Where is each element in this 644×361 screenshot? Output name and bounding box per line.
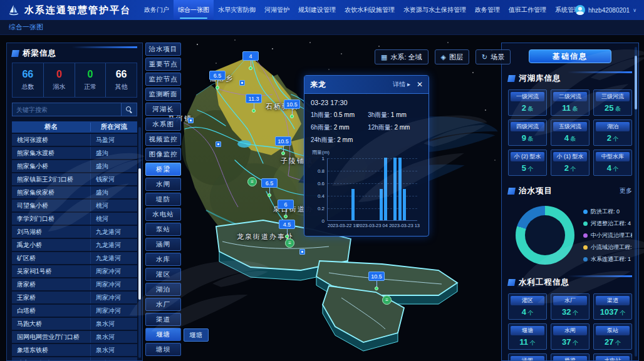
map-control-2[interactable]: ◈图层: [435, 49, 469, 64]
cell-bridge-name: 矿区桥: [12, 252, 91, 264]
station-marker[interactable]: ≡: [382, 295, 392, 305]
map-badge[interactable]: 11.3: [246, 94, 262, 113]
nav-item-6[interactable]: 农饮水利设施管理: [340, 0, 399, 20]
river-lake-section-title: 河湖库信息: [519, 73, 561, 84]
table-row[interactable]: 国网电网营业厅门口桥泉水河: [12, 331, 137, 343]
map-control-3[interactable]: ↻场景: [475, 49, 511, 64]
table-row[interactable]: 禹龙小桥九龙港河: [12, 239, 137, 251]
table-row[interactable]: 熊家集侯家桥盛沟: [12, 186, 137, 198]
nav-item-4[interactable]: 河湖管护: [260, 0, 294, 20]
layer-item-21[interactable]: 塘坝: [145, 343, 181, 356]
layer-item-7[interactable]: 视频监控: [145, 133, 181, 146]
map-badge[interactable]: 10.5: [368, 272, 385, 290]
nav-item-9[interactable]: 值班工作管理: [504, 0, 551, 20]
table-row[interactable]: 刘马湖桥九龙港河: [12, 226, 137, 238]
nav-item-8[interactable]: 政务管理: [470, 0, 504, 20]
map-controls: ▦水系: 全域◈图层↻场景: [375, 49, 511, 64]
card-unit: 条: [526, 136, 534, 142]
nav-item-2[interactable]: 综合一张图: [174, 0, 214, 20]
table-row[interactable]: 马跑大桥泉水河: [12, 318, 137, 330]
layer-tooltip: 堰塘: [184, 328, 209, 342]
column-header-bridge: 桥名: [12, 123, 91, 131]
nav-item-5[interactable]: 规划建设管理: [294, 0, 340, 20]
layer-item-18[interactable]: 水厂: [145, 298, 181, 311]
video-point-marker[interactable]: [216, 141, 221, 147]
table-row[interactable]: 唐家桥周家冲河: [12, 278, 137, 290]
badge-value: 4: [242, 51, 259, 61]
map-badge[interactable]: 6: [278, 200, 294, 218]
layer-item-5[interactable]: 河湖长: [145, 103, 181, 116]
section-icon: [507, 188, 516, 195]
layer-item-10[interactable]: 水闸: [145, 178, 181, 191]
layer-item-14[interactable]: 涵闸: [145, 238, 181, 251]
map-control-label: 图层: [449, 53, 463, 62]
video-point-marker[interactable]: [299, 249, 305, 255]
map-control-1[interactable]: ▦水系: 全域: [375, 49, 428, 64]
cell-bridge-name: 熊家集侯家桥: [12, 186, 91, 198]
table-scrollbar-thumb[interactable]: [138, 168, 141, 300]
card-label: 水电站: [596, 356, 630, 361]
panel-scrollbar[interactable]: [635, 47, 637, 357]
table-row[interactable]: 桃河张渡桥马盈河: [12, 134, 137, 146]
table-row[interactable]: 象塔东铁桥泉水河: [12, 344, 137, 356]
table-row[interactable]: 吴家祠1号桥周家冲河: [12, 265, 137, 277]
layer-item-11[interactable]: 堤防: [145, 193, 181, 206]
table-row[interactable]: 航宇5号提水桥泉水河: [12, 357, 137, 361]
table-scrollbar[interactable]: [138, 127, 141, 358]
user-menu[interactable]: hhzb42080201 ∨: [575, 5, 644, 15]
search-button[interactable]: [122, 103, 137, 116]
legend-dot: [583, 233, 588, 238]
station-marker[interactable]: ≡: [247, 177, 257, 186]
close-icon[interactable]: ✕: [417, 80, 423, 89]
map-badge[interactable]: 4.5: [279, 220, 295, 238]
nav-item-7[interactable]: 水资源与水土保持管理: [399, 0, 470, 20]
table-row[interactable]: 李学刘门口桥桃河: [12, 213, 137, 225]
badge-dot: [285, 235, 289, 238]
search-input[interactable]: [12, 103, 122, 116]
table-row[interactable]: 司望集小桥桃河: [12, 200, 137, 211]
table-row[interactable]: 熊家集水渡桥盛沟: [12, 147, 137, 159]
layer-item-6[interactable]: 水系图: [145, 118, 181, 131]
card-value: 25 条: [596, 103, 630, 113]
map-badge[interactable]: 10.5: [275, 136, 291, 155]
legend-label: 防洪工程: 0: [591, 208, 620, 216]
card-unit: 个: [528, 340, 536, 346]
video-point-marker[interactable]: [188, 118, 194, 123]
nav-item-3[interactable]: 水旱灾害防御: [214, 0, 260, 20]
layer-item-15[interactable]: 水库: [145, 253, 181, 266]
layer-item-9[interactable]: 桥梁: [145, 163, 181, 176]
layer-item-13[interactable]: 泵站: [145, 223, 181, 236]
map-badge[interactable]: 4: [242, 51, 259, 70]
table-row[interactable]: 熊家集小桥盛沟: [12, 160, 137, 172]
layer-item-12[interactable]: 水电站: [145, 208, 181, 221]
map-badge[interactable]: 10.5: [284, 99, 300, 118]
card-label: 五级河流: [553, 122, 587, 131]
layer-item-1[interactable]: 治水项目: [145, 43, 181, 56]
rain-metrics: 1h雨量: 0.5 mm3h雨量: 1 mm6h雨量: 2 mm12h雨量: 2…: [311, 111, 422, 145]
layer-item-17[interactable]: 湖泊: [145, 283, 181, 296]
nav-item-1[interactable]: 政务门户: [140, 0, 174, 20]
map-badge[interactable]: 6.5: [261, 178, 278, 197]
panel-scrollbar-thumb[interactable]: [635, 56, 637, 109]
station-marker[interactable]: ≡: [285, 238, 294, 248]
layer-item-8[interactable]: 图像监控: [145, 148, 181, 161]
layer-item-19[interactable]: 渠道: [145, 313, 181, 326]
layer-item-3[interactable]: 监控节点: [145, 73, 181, 86]
table-row[interactable]: 王家桥周家冲河: [12, 292, 137, 303]
table-row[interactable]: 矿区桥九龙港河: [12, 252, 137, 264]
card-value: 4 条: [553, 133, 587, 143]
bridge-stat-2: 0溺水: [43, 63, 75, 97]
more-link[interactable]: 更多: [620, 186, 632, 195]
layer-item-16[interactable]: 灌区: [145, 268, 181, 281]
layer-item-2[interactable]: 重要节点: [145, 58, 181, 71]
map-badge[interactable]: 6.5: [209, 71, 226, 89]
layer-item-4[interactable]: 监测断面: [145, 88, 181, 101]
video-point-marker[interactable]: [239, 80, 245, 86]
cell-river-name: 周家冲河: [91, 293, 137, 302]
breadcrumb-item[interactable]: 综合一张图: [9, 23, 43, 32]
basic-info-button[interactable]: 基础信息: [529, 49, 611, 63]
table-row[interactable]: 白塔桥周家冲河: [12, 305, 137, 317]
layer-item-20[interactable]: 堰塘堰塘: [145, 328, 181, 341]
detail-link[interactable]: 详情 ▸: [393, 80, 410, 89]
table-row[interactable]: 熊家镇新王刘门口桥钱家河: [12, 173, 137, 185]
